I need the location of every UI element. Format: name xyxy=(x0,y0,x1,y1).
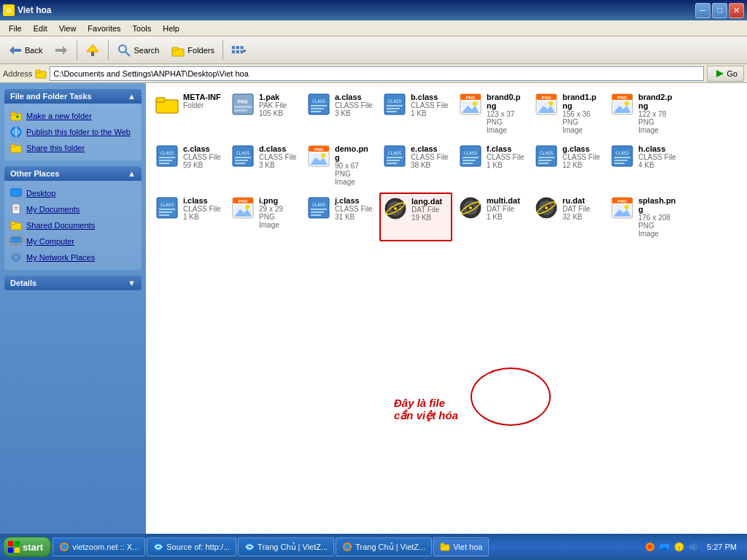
close-button[interactable]: ✕ xyxy=(729,3,744,18)
file-item[interactable]: CLASS c.class CLASS File 59 KB xyxy=(152,141,225,190)
svg-text:i: i xyxy=(678,545,680,551)
volume-icon[interactable] xyxy=(688,541,700,553)
file-item[interactable]: PNG i.png 29 x 29PNG Image xyxy=(228,192,301,241)
toolbar-sep-3 xyxy=(222,40,223,61)
taskbar-viet-hoa[interactable]: Viet hoa xyxy=(433,537,489,556)
back-button[interactable]: Back xyxy=(3,39,47,61)
my-documents-link[interactable]: My Documents xyxy=(7,201,139,217)
svg-rect-107 xyxy=(614,157,630,158)
file-item[interactable]: CLASS i.class CLASS File 1 KB xyxy=(152,192,225,241)
tray-icon-3[interactable]: i xyxy=(673,541,685,553)
address-folder-icon xyxy=(35,68,47,79)
svg-text:CLASS: CLASS xyxy=(540,150,553,155)
search-button[interactable]: Search xyxy=(112,39,164,61)
folders-label: Folders xyxy=(187,46,214,55)
file-item[interactable]: multi.dat DAT File 1 KB xyxy=(455,192,528,241)
svg-rect-103 xyxy=(538,160,551,161)
svg-rect-158 xyxy=(441,543,444,546)
file-item[interactable]: CLASS f.class CLASS File 1 KB xyxy=(455,141,528,190)
file-item[interactable]: PNG splash.png 176 x 208PNG Image xyxy=(607,192,680,241)
toolbar-sep-1 xyxy=(77,40,77,61)
file-item[interactable]: CLASS e.class CLASS File 38 KB xyxy=(379,141,452,190)
desktop-link[interactable]: Desktop xyxy=(7,185,139,201)
file-item[interactable]: CLASS d.class CLASS File 3 KB xyxy=(228,141,301,190)
toolbar-sep-2 xyxy=(108,40,109,61)
other-places-header[interactable]: Other Places ▲ xyxy=(4,166,142,181)
class-icon: CLASS xyxy=(155,196,179,219)
menu-view[interactable]: View xyxy=(53,23,82,34)
tray-icon-1[interactable] xyxy=(644,541,656,553)
svg-rect-53 xyxy=(387,105,403,106)
minimize-button[interactable]: ─ xyxy=(695,3,711,18)
address-input[interactable] xyxy=(50,66,704,81)
forward-button[interactable] xyxy=(49,39,74,61)
file-item[interactable]: PNG brand1.png 156 x 36PNG Image xyxy=(531,89,604,138)
svg-rect-10 xyxy=(232,46,235,49)
folders-button[interactable]: Folders xyxy=(166,39,220,61)
svg-rect-102 xyxy=(538,157,554,158)
svg-text:CLASS: CLASS xyxy=(160,150,174,155)
titlebar-controls: ─ □ ✕ xyxy=(695,3,744,18)
up-icon xyxy=(85,43,100,58)
up-button[interactable] xyxy=(80,39,105,61)
taskbar-ie-trang1[interactable]: Trang Chủ | VietZ... xyxy=(238,537,334,556)
svg-rect-98 xyxy=(462,160,476,161)
share-folder-link[interactable]: Share this folder xyxy=(7,140,139,156)
svg-rect-21 xyxy=(11,112,15,115)
file-item[interactable]: ru.dat DAT File 32 KB xyxy=(531,192,604,241)
svg-text:CLASS: CLASS xyxy=(160,202,174,207)
start-label: start xyxy=(23,542,43,553)
svg-rect-77 xyxy=(159,160,172,161)
file-item[interactable]: CLASS g.class CLASS File 12 KB xyxy=(531,141,604,190)
svg-text:PNG: PNG xyxy=(314,147,323,152)
menu-file[interactable]: File xyxy=(3,23,28,34)
file-item[interactable]: CLASS j.class CLASS File 31 KB xyxy=(303,192,376,241)
toolbar: Back Search Folders xyxy=(0,36,747,64)
menu-favorites[interactable]: Favorites xyxy=(82,23,126,34)
menu-help[interactable]: Help xyxy=(157,23,185,34)
svg-point-135 xyxy=(469,206,472,209)
file-grid: META-INF Folder PAK 1.pak PAK File 105 K… xyxy=(152,89,741,241)
taskbar-firefox-1[interactable]: vietzoom.net :: X... xyxy=(53,537,145,556)
file-item[interactable]: META-INF Folder xyxy=(152,89,225,138)
svg-marker-165 xyxy=(689,542,695,551)
my-network-places-link[interactable]: My Network Places xyxy=(7,249,139,265)
go-button[interactable]: Go xyxy=(707,66,744,82)
file-folder-tasks-header[interactable]: File and Folder Tasks ▲ xyxy=(4,89,142,104)
views-button[interactable] xyxy=(226,39,251,61)
tray-icon-2[interactable] xyxy=(659,541,670,553)
publish-folder-link[interactable]: Publish this folder to the Web xyxy=(7,124,139,140)
svg-rect-108 xyxy=(614,160,627,161)
file-item[interactable]: PNG brand2.png 122 x 78PNG Image xyxy=(607,89,680,138)
menubar: File Edit View Favorites Tools Help xyxy=(0,20,747,36)
menu-tools[interactable]: Tools xyxy=(127,23,158,34)
my-computer-link[interactable]: My Computer xyxy=(7,233,139,249)
start-button[interactable]: start xyxy=(3,537,51,557)
search-icon xyxy=(117,43,131,58)
back-icon xyxy=(8,43,23,58)
svg-rect-34 xyxy=(11,222,15,225)
details-header[interactable]: Details ▼ xyxy=(4,276,142,290)
file-item[interactable]: CLASS h.class CLASS File 4 KB xyxy=(607,141,680,190)
file-item[interactable]: CLASS a.class CLASS File 3 KB xyxy=(303,89,376,138)
file-item[interactable]: CLASS b.class CLASS File 1 KB xyxy=(379,89,452,138)
svg-text:CLASS: CLASS xyxy=(236,150,249,155)
taskbar-ie-source[interactable]: Source of: http:/... xyxy=(147,537,236,556)
svg-point-160 xyxy=(648,545,652,549)
sidebar: File and Folder Tasks ▲ Make a new folde… xyxy=(0,83,146,534)
collapse-icon-2: ▲ xyxy=(128,169,136,178)
svg-point-67 xyxy=(549,101,553,106)
shared-documents-link[interactable]: Shared Documents xyxy=(7,217,139,233)
svg-rect-76 xyxy=(159,157,175,158)
file-item[interactable]: PNG demo.png 90 x 67PNG Image xyxy=(303,141,376,190)
main-area: File and Folder Tasks ▲ Make a new folde… xyxy=(0,83,747,534)
make-new-folder-link[interactable]: Make a new folder xyxy=(7,108,139,124)
menu-edit[interactable]: Edit xyxy=(28,23,53,34)
svg-rect-124 xyxy=(311,211,324,213)
taskbar-ie-trang2[interactable]: Trang Chủ | VietZ... xyxy=(336,537,432,556)
file-item[interactable]: PNG brand0.png 123 x 37PNG Image xyxy=(455,89,528,138)
svg-point-130 xyxy=(394,207,397,210)
file-item[interactable]: lang.dat DAT File 19 KB xyxy=(379,192,452,241)
file-item[interactable]: PAK 1.pak PAK File 105 KB xyxy=(228,89,301,138)
maximize-button[interactable]: □ xyxy=(712,3,727,18)
